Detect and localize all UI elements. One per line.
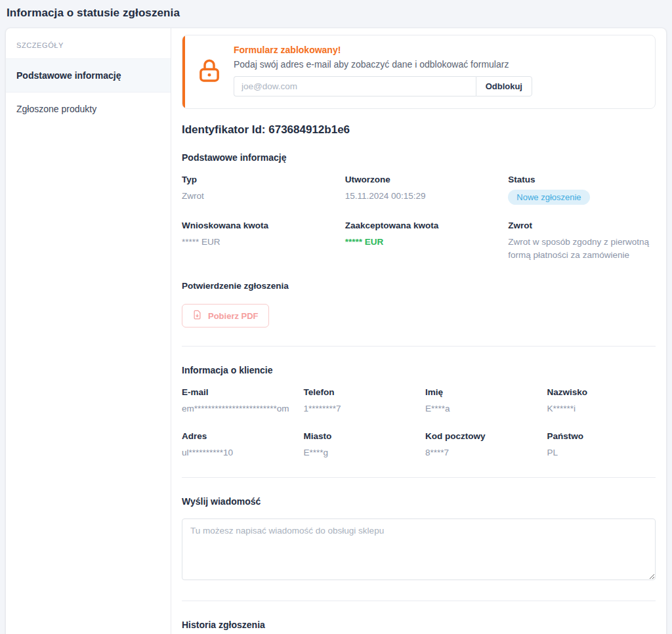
- sidebar: SZCZEGÓŁY Podstawowe informację Zgłoszon…: [6, 28, 171, 634]
- send-message-heading: Wyślij wiadomość: [182, 496, 656, 507]
- field-label: Adres: [182, 431, 291, 441]
- field-value: 15.11.2024 00:15:29: [345, 190, 493, 203]
- field-created: Utworzone 15.11.2024 00:15:29: [345, 175, 493, 205]
- field-value: ul**********10: [182, 446, 291, 459]
- field-label: Wnioskowana kwota: [182, 221, 329, 230]
- field-value: Zwrot w sposób zgodny z pierwotną formą …: [508, 236, 656, 261]
- field-label: Imię: [425, 387, 534, 397]
- customer-info-grid: E-mail em************************om Tele…: [182, 387, 656, 459]
- field-country: Państwo PL: [547, 431, 656, 459]
- field-value: E****a: [425, 402, 534, 415]
- field-postal-code: Kod pocztowy 8****7: [425, 431, 534, 459]
- download-pdf-label: Pobierz PDF: [208, 311, 259, 321]
- field-value-accepted: ***** EUR: [345, 236, 493, 249]
- field-first-name: Imię E****a: [425, 387, 534, 415]
- field-label: Kod pocztowy: [425, 431, 534, 441]
- field-value: em************************om: [182, 402, 291, 415]
- field-value: PL: [547, 446, 656, 459]
- section-divider: [182, 601, 656, 601]
- download-pdf-button[interactable]: Pobierz PDF: [182, 304, 269, 328]
- field-last-name: Nazwisko K******i: [547, 387, 656, 415]
- alert-description: Podaj swój adres e-mail aby zobaczyć dan…: [234, 59, 644, 70]
- field-label: Państwo: [547, 431, 656, 441]
- main-content: Formularz zablokowany! Podaj swój adres …: [171, 28, 666, 634]
- confirmation-block: Potwierdzenie zgłoszenia Pobierz PDF: [182, 281, 656, 328]
- history-heading: Historia zgłoszenia: [182, 620, 656, 630]
- sidebar-item-basic-info[interactable]: Podstawowe informację: [6, 58, 171, 93]
- field-label: Zwrot: [508, 221, 656, 230]
- pdf-download-icon: [192, 310, 202, 322]
- locked-form-alert: Formularz zablokowany! Podaj swój adres …: [182, 35, 656, 109]
- alert-body: Formularz zablokowany! Podaj swój adres …: [234, 45, 644, 96]
- field-type: Typ Zwrot: [182, 175, 329, 205]
- field-label: Utworzone: [345, 175, 493, 184]
- field-requested-amount: Wnioskowana kwota ***** EUR: [182, 221, 329, 261]
- field-refund: Zwrot Zwrot w sposób zgodny z pierwotną …: [508, 221, 656, 261]
- field-value: ***** EUR: [182, 236, 329, 249]
- confirmation-label: Potwierdzenie zgłoszenia: [182, 281, 656, 291]
- identifier-heading: Identyfikator Id: 673684912b1e6: [182, 123, 656, 137]
- field-label: Telefon: [304, 387, 413, 397]
- field-label: Zaakceptowana kwota: [345, 221, 493, 230]
- basic-info-heading: Podstawowe informację: [182, 152, 656, 163]
- field-label: Status: [508, 175, 656, 184]
- field-accepted-amount: Zaakceptowana kwota ***** EUR: [345, 221, 493, 261]
- field-city: Miasto E****g: [304, 431, 413, 459]
- alert-title: Formularz zablokowany!: [234, 45, 644, 55]
- page-title: Informacja o statusie zgłoszenia: [7, 7, 662, 20]
- unlock-form: Odblokuj: [234, 76, 532, 96]
- field-label: E-mail: [182, 387, 291, 397]
- field-value: 8****7: [425, 446, 534, 459]
- lock-icon: [192, 57, 223, 85]
- field-address: Adres ul**********10: [182, 431, 291, 459]
- sidebar-item-reported-products[interactable]: Zgłoszone produkty: [6, 93, 171, 125]
- customer-info-heading: Informacja o kliencie: [182, 365, 656, 375]
- status-card: SZCZEGÓŁY Podstawowe informację Zgłoszon…: [5, 28, 667, 634]
- field-value: 1********7: [304, 402, 413, 415]
- field-phone: Telefon 1********7: [304, 387, 413, 415]
- field-label: Nazwisko: [547, 387, 656, 397]
- field-label: Typ: [182, 175, 329, 184]
- message-textarea[interactable]: [182, 518, 656, 580]
- field-value: Zwrot: [182, 190, 329, 203]
- field-status: Status Nowe zgłoszenie: [508, 175, 656, 205]
- section-divider: [182, 477, 656, 478]
- unlock-button[interactable]: Odblokuj: [476, 76, 532, 96]
- field-value: K******i: [547, 402, 656, 415]
- sidebar-section-label: SZCZEGÓŁY: [6, 31, 171, 58]
- basic-info-grid: Typ Zwrot Utworzone 15.11.2024 00:15:29 …: [182, 175, 656, 261]
- field-email: E-mail em************************om: [182, 387, 291, 415]
- field-label: Miasto: [304, 431, 413, 441]
- email-input[interactable]: [234, 76, 476, 96]
- status-badge: Nowe zgłoszenie: [508, 190, 589, 205]
- field-value: E****g: [304, 446, 413, 459]
- page-header: Informacja o statusie zgłoszenia: [0, 0, 672, 28]
- section-divider: [182, 346, 656, 347]
